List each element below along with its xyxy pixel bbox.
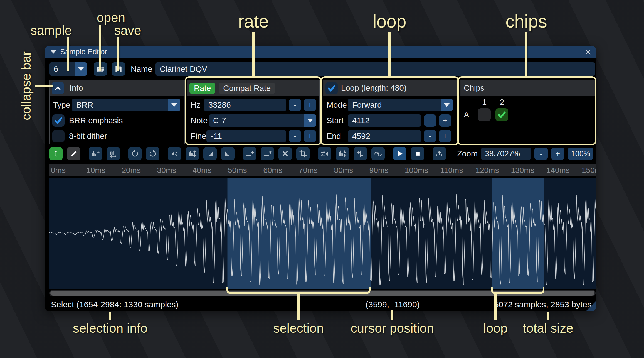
note-dropdown[interactable]: C-7 [209, 114, 316, 127]
loop-start-plus-button[interactable]: + [439, 114, 451, 127]
loop-end-input[interactable]: 4592 [348, 130, 421, 142]
zoom-in-button[interactable]: + [551, 148, 564, 160]
loop-start-value: 4112 [348, 114, 421, 127]
chip-a1-checkbox[interactable] [478, 108, 491, 121]
save-sample-button[interactable] [112, 62, 125, 76]
sample-selector[interactable]: 6 [49, 62, 87, 76]
hz-input[interactable]: 33286 [204, 99, 286, 111]
redo-icon [149, 149, 157, 158]
loop-start-input[interactable]: 4112 [348, 114, 421, 127]
normalize-button[interactable] [186, 147, 199, 160]
window-collapse-icon[interactable] [51, 50, 56, 54]
resize-time-button[interactable] [107, 147, 120, 160]
amplify-button[interactable] [168, 147, 181, 160]
insert-silence-icon [245, 149, 254, 158]
fine-minus-button[interactable]: - [289, 130, 301, 142]
8bit-dither-checkbox[interactable] [52, 130, 65, 142]
redo-button[interactable] [146, 147, 159, 160]
hz-value: 33286 [204, 99, 286, 111]
filter-button[interactable] [371, 147, 385, 160]
zoom-out-button[interactable]: - [534, 148, 548, 160]
ruler-tick: 30ms [157, 166, 176, 175]
loop-end-value: 4592 [348, 130, 421, 142]
info-panel-header[interactable]: Info [50, 80, 184, 96]
upload-icon [435, 149, 443, 158]
info-panel-title: Info [70, 84, 83, 93]
window-title: Sample Editor [60, 48, 107, 56]
status-bar: Select (1654-2984: 1330 samples) (3599, … [45, 298, 596, 311]
delete-button[interactable] [278, 147, 292, 160]
callout-line-selection-info [109, 312, 111, 320]
total-size-text: 5072 samples, 2853 bytes [494, 298, 591, 311]
fine-plus-button[interactable]: + [304, 130, 316, 142]
annotation-selection-label: selection [273, 321, 324, 336]
callout-line-total-size [547, 312, 549, 320]
reverse-button[interactable] [318, 147, 331, 160]
timeline-ruler: 0ms10ms20ms30ms40ms50ms60ms70ms80ms90ms1… [49, 164, 596, 176]
open-sample-button[interactable] [94, 62, 107, 76]
trim-button[interactable] [296, 147, 310, 160]
apply-silence-button[interactable] [261, 147, 274, 160]
insert-silence-button[interactable] [243, 147, 256, 160]
collapse-info-button[interactable] [52, 82, 64, 94]
import-button[interactable] [433, 147, 446, 160]
chevron-down-icon [441, 99, 453, 111]
waveform-plot [49, 178, 596, 289]
annotation-open-label: open [97, 10, 125, 25]
chip-a2-checkbox[interactable] [495, 108, 508, 121]
invert-button[interactable] [336, 147, 349, 160]
loop-end-minus-button[interactable]: - [424, 130, 436, 142]
close-button[interactable] [583, 47, 594, 57]
loop-mode-label: Mode [327, 99, 347, 111]
loop-start-minus-button[interactable]: - [424, 114, 436, 127]
hz-minus-button[interactable]: - [289, 99, 301, 111]
undo-button[interactable] [128, 147, 142, 160]
select-tool-button[interactable] [49, 147, 63, 160]
annotation-sample-label: sample [31, 23, 72, 38]
apply-silence-icon [263, 149, 272, 158]
sign-convert-button[interactable] [354, 147, 367, 160]
sample-name-input[interactable]: Clarinet DQV [155, 62, 595, 76]
hz-plus-button[interactable]: + [304, 99, 316, 111]
scrollbar-thumb[interactable] [50, 291, 594, 296]
stop-button[interactable] [411, 147, 424, 160]
ruler-tick: 110ms [440, 166, 463, 175]
fine-label: Fine [191, 130, 206, 142]
ruler-tick: 150ms [582, 166, 596, 175]
brr-emphasis-label: BRR emphasis [69, 114, 123, 127]
tab-rate[interactable]: Rate [189, 83, 215, 94]
type-dropdown[interactable]: BRR [72, 99, 180, 111]
resize-grip[interactable] [586, 301, 596, 311]
zoom-reset-button[interactable]: 100% [568, 148, 593, 160]
plus-minus-icon [356, 149, 364, 158]
horizontal-scrollbar[interactable] [49, 290, 596, 296]
draw-tool-button[interactable] [67, 147, 80, 160]
ruler-tick: 40ms [193, 166, 211, 175]
chevron-down-icon[interactable] [75, 62, 87, 76]
checkmark-icon [497, 110, 507, 119]
type-label: Type [53, 99, 70, 111]
window-titlebar[interactable]: Sample Editor [45, 46, 596, 58]
speaker-icon [170, 149, 179, 158]
ruler-tick: 60ms [263, 166, 282, 175]
annotation-loop-label: loop [373, 11, 406, 32]
loop-panel: Loop (length: 480) Mode Forward Start 41… [323, 80, 457, 144]
tab-compat-rate[interactable]: Compat Rate [219, 83, 275, 94]
type-dropdown-value: BRR [72, 99, 180, 111]
waveform-view[interactable] [49, 178, 596, 289]
loop-mode-dropdown[interactable]: Forward [348, 99, 453, 111]
close-icon [584, 48, 592, 56]
chips-panel-header: Chips [460, 80, 595, 96]
annotation-cursor-position-label: cursor position [351, 321, 434, 336]
loop-enable-checkbox[interactable] [325, 82, 338, 94]
fade-out-button[interactable] [221, 147, 235, 160]
fine-input[interactable]: -11 [206, 130, 286, 142]
zoom-value-input[interactable]: 38.7027% [481, 148, 531, 160]
resize-button[interactable] [89, 147, 102, 160]
preview-button[interactable] [393, 147, 406, 160]
annotation-total-size-label: total size [523, 321, 573, 336]
crop-icon [299, 149, 307, 158]
loop-end-plus-button[interactable]: + [439, 130, 451, 142]
brr-emphasis-checkbox[interactable] [52, 114, 65, 127]
fade-in-button[interactable] [203, 147, 217, 160]
